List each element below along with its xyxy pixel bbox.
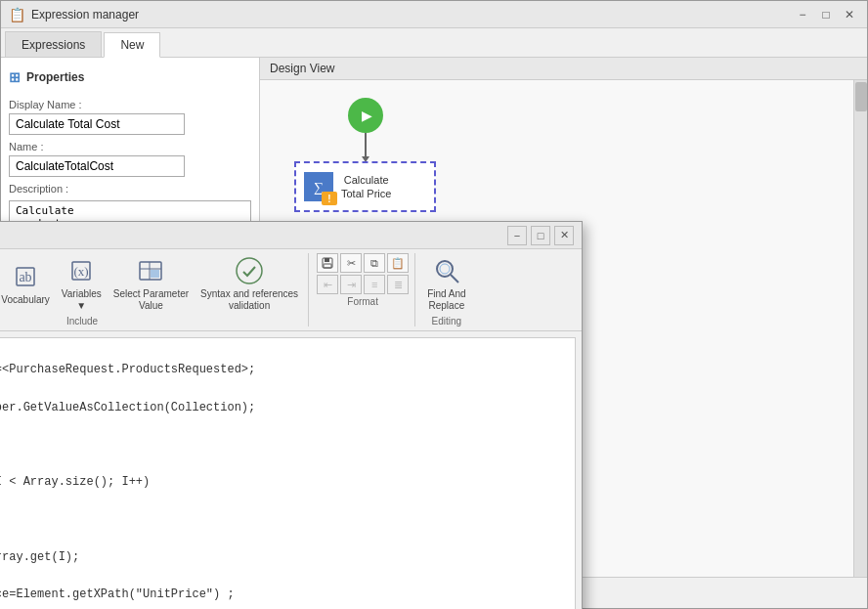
- syntax-check-icon: [234, 255, 265, 286]
- name-label: Name :: [9, 141, 251, 152]
- code-line-1: var Collection=<PurchaseRequest.Products…: [0, 361, 567, 379]
- app-icon: 📋: [9, 7, 25, 22]
- toolbar-find-replace[interactable]: Find AndReplace: [423, 253, 469, 314]
- vocabulary-label: Vocabulary: [1, 294, 49, 306]
- save-button[interactable]: [317, 253, 338, 273]
- edit-expression-dialog: Edit Expression − □ ✕: [0, 221, 583, 609]
- name-input[interactable]: [9, 155, 185, 177]
- properties-label: Properties: [26, 70, 84, 84]
- dialog-title-bar: Edit Expression − □ ✕: [0, 222, 582, 249]
- flow-node-icon: ∑ !: [304, 172, 333, 201]
- code-line-3: var Total=0: [0, 436, 567, 455]
- code-line-7: var ElementPrice=Element.getXPath("UnitP…: [0, 586, 567, 604]
- variables-icon: (x): [65, 255, 97, 286]
- svg-rect-18: [325, 258, 329, 262]
- maximize-button[interactable]: □: [816, 5, 836, 24]
- cut-button[interactable]: ✂: [340, 253, 362, 273]
- format-group-items: ✂ ⧉ 📋 ⇤ ⇥ ≡ ≣: [317, 253, 409, 294]
- scroll-thumb[interactable]: [855, 82, 867, 111]
- toolbar-variables[interactable]: (x) Variables▼: [58, 253, 106, 314]
- find-replace-label: Find AndReplace: [427, 288, 465, 312]
- tab-bar: Expressions New: [1, 28, 867, 58]
- editing-group-items: Find AndReplace: [423, 253, 469, 314]
- include-group-items: DataModel fx Function: [0, 253, 302, 314]
- dialog-maximize-button[interactable]: □: [531, 226, 550, 245]
- svg-text:ab: ab: [19, 270, 31, 284]
- window-title: Expression manager: [31, 8, 139, 22]
- design-view-label: Design View: [270, 62, 334, 75]
- code-line-2: var Array=CHelper.GetValueAsCollection(C…: [0, 399, 567, 417]
- minimize-button[interactable]: −: [793, 5, 812, 24]
- syntax-label: Syntax and referencesvalidation: [200, 288, 298, 312]
- toolbar-select-param[interactable]: Select ParameterValue: [109, 253, 193, 314]
- toolbar-syntax-check[interactable]: Syntax and referencesvalidation: [196, 253, 302, 314]
- indent-right-button: ⇥: [340, 275, 362, 294]
- svg-point-22: [440, 264, 450, 274]
- code-line-5: {: [0, 511, 567, 530]
- warning-badge: !: [322, 192, 337, 205]
- format-row-2: ⇤ ⇥ ≡ ≣: [317, 275, 409, 294]
- dialog-close-button[interactable]: ✕: [554, 226, 574, 245]
- code-line-6: var Element= Array.get(I);: [0, 548, 567, 567]
- code-content[interactable]: var Collection=<PurchaseRequest.Products…: [0, 338, 575, 609]
- title-bar: 📋 Expression manager − □ ✕: [1, 1, 867, 28]
- variables-label: Variables▼: [62, 288, 102, 312]
- vocabulary-icon: ab: [10, 261, 41, 292]
- display-name-input[interactable]: [9, 113, 185, 135]
- align-right-button: ≣: [387, 275, 409, 294]
- tab-expressions[interactable]: Expressions: [5, 31, 102, 57]
- canvas-scrollbar[interactable]: [853, 80, 867, 577]
- svg-rect-19: [324, 264, 331, 268]
- tab-new-label: New: [120, 38, 144, 52]
- close-button[interactable]: ✕: [840, 5, 859, 24]
- flow-start-node: [348, 98, 383, 133]
- format-row-1: ✂ ⧉ 📋: [317, 253, 409, 273]
- flow-calculate-node[interactable]: ∑ ! CalculateTotal Price: [294, 161, 436, 212]
- editing-group-label: Editing: [432, 316, 462, 326]
- properties-icon: ⊞: [9, 69, 21, 85]
- description-label: Description :: [9, 183, 251, 195]
- find-replace-icon: [431, 255, 462, 286]
- flow-node-label: CalculateTotal Price: [341, 173, 391, 201]
- tab-expressions-label: Expressions: [22, 38, 85, 52]
- display-name-label: Display Name :: [9, 99, 251, 110]
- align-left-button: ≡: [364, 275, 385, 294]
- select-param-label: Select ParameterValue: [113, 288, 189, 312]
- code-line-4: for (var I=0; I < Array.size(); I++): [0, 473, 567, 492]
- main-window: 📋 Expression manager − □ ✕ Expressions N…: [0, 0, 868, 609]
- toolbar-vocabulary[interactable]: ab Vocabulary: [0, 259, 54, 308]
- svg-rect-15: [151, 270, 159, 278]
- code-editor[interactable]: 1 2 3 4 5 6 7 8 9 10 11 12 var Collectio…: [0, 337, 576, 609]
- title-bar-controls: − □ ✕: [793, 5, 859, 24]
- include-group-label: Include: [66, 316, 98, 326]
- copy-button[interactable]: ⧉: [364, 253, 385, 273]
- toolbar-group-editing: Find AndReplace Editing: [417, 253, 475, 326]
- dialog-minimize-button[interactable]: −: [507, 226, 527, 245]
- select-param-icon: [135, 255, 166, 286]
- format-group-label: Format: [347, 296, 378, 307]
- dialog-controls: − □ ✕: [507, 226, 574, 245]
- properties-header: ⊞ Properties: [9, 65, 251, 93]
- toolbar-group-format: ✂ ⧉ 📋 ⇤ ⇥ ≡ ≣ Format: [311, 253, 415, 326]
- design-view-header: Design View: [260, 58, 867, 80]
- title-bar-left: 📋 Expression manager: [9, 7, 139, 22]
- svg-text:(x): (x): [74, 264, 89, 279]
- paste-button[interactable]: 📋: [387, 253, 409, 273]
- expression-toolbar: DataModel fx Function: [0, 249, 582, 331]
- indent-left-button: ⇤: [317, 275, 338, 294]
- tab-new[interactable]: New: [104, 32, 160, 58]
- toolbar-group-include: DataModel fx Function: [0, 253, 309, 326]
- svg-line-21: [451, 275, 458, 283]
